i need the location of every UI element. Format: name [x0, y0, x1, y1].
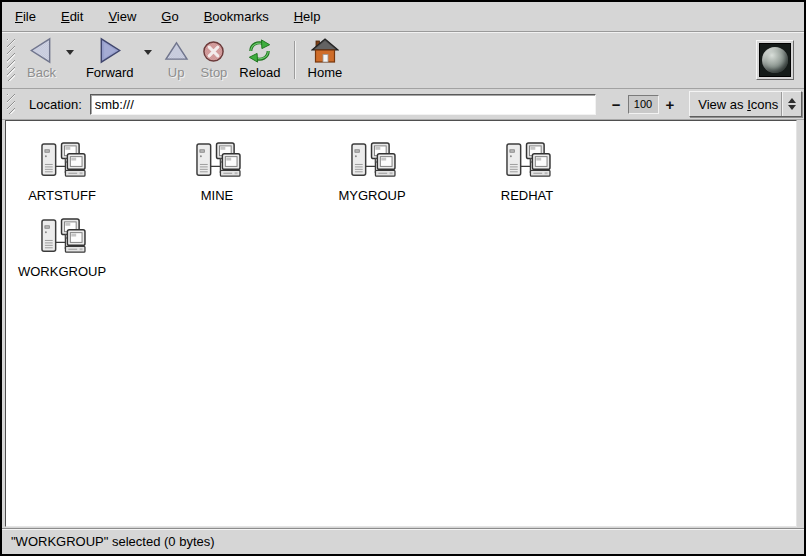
- menu-bar: FileEditViewGoBookmarksHelp: [2, 2, 804, 32]
- toolbar-button-label: Home: [308, 65, 343, 80]
- toolbar-button-label: Stop: [201, 65, 228, 80]
- menu-edit[interactable]: Edit: [59, 7, 85, 26]
- file-item-label: WORKGROUP: [18, 264, 106, 279]
- menu-bookmarks[interactable]: Bookmarks: [202, 7, 271, 26]
- chevron-down-icon[interactable]: [63, 46, 77, 59]
- zoom-in-button[interactable]: +: [663, 95, 678, 114]
- file-item-mygroup[interactable]: MYGROUP: [326, 141, 418, 203]
- network-workgroup-icon: [39, 141, 86, 184]
- icon-grid: ARTSTUFFMINEMYGROUPREDHATWORKGROUP: [6, 121, 796, 279]
- forward-button[interactable]: Forward: [80, 36, 140, 84]
- file-item-workgroup[interactable]: WORKGROUP: [16, 217, 108, 279]
- menu-file[interactable]: File: [13, 7, 38, 26]
- toolbar-button-label: Up: [168, 65, 185, 80]
- reload-icon: [245, 38, 274, 64]
- menu-go[interactable]: Go: [159, 7, 180, 26]
- file-item-artstuff[interactable]: ARTSTUFF: [16, 141, 108, 203]
- toolbar-buttons: BackForwardUpStopReloadHome: [21, 32, 348, 88]
- view-as-dropdown[interactable]: View as Icons: [689, 91, 802, 117]
- menu-help[interactable]: Help: [292, 7, 323, 26]
- toolbar: BackForwardUpStopReloadHome: [2, 32, 804, 89]
- icon-view[interactable]: ARTSTUFFMINEMYGROUPREDHATWORKGROUP: [5, 120, 797, 527]
- file-item-label: MINE: [201, 188, 234, 203]
- network-workgroup-icon: [194, 141, 241, 184]
- chevron-down-icon[interactable]: [141, 46, 155, 59]
- zoom-out-button[interactable]: −: [609, 95, 624, 114]
- network-workgroup-icon: [349, 141, 396, 184]
- file-item-label: ARTSTUFF: [28, 188, 96, 203]
- forward-arrow-icon: [98, 37, 122, 64]
- status-text: "WORKGROUP" selected (0 bytes): [11, 534, 215, 549]
- home-icon: [311, 38, 339, 64]
- up-arrow-icon: [164, 39, 189, 64]
- reload-button[interactable]: Reload: [233, 36, 286, 84]
- toolbar-separator: [294, 41, 295, 79]
- stop-icon: [202, 39, 225, 64]
- back-button[interactable]: Back: [21, 36, 62, 84]
- view-as-label: View as Icons: [690, 97, 781, 112]
- network-workgroup-icon: [39, 217, 86, 260]
- location-input[interactable]: [90, 94, 596, 115]
- file-item-mine[interactable]: MINE: [171, 141, 263, 203]
- throbber: [756, 40, 794, 80]
- back-arrow-icon: [29, 37, 53, 64]
- up-button[interactable]: Up: [158, 36, 195, 84]
- location-bar: Location: − 100 + View as Icons: [2, 89, 804, 120]
- location-bar-grip-handle[interactable]: [7, 94, 15, 114]
- toolbar-button-label: Forward: [86, 65, 134, 80]
- home-button[interactable]: Home: [302, 36, 349, 84]
- menu-view[interactable]: View: [106, 7, 138, 26]
- toolbar-grip-handle[interactable]: [7, 39, 15, 81]
- file-manager-window: FileEditViewGoBookmarksHelp BackForwardU…: [2, 2, 804, 554]
- toolbar-button-label: Reload: [239, 65, 280, 80]
- location-label: Location:: [29, 97, 82, 112]
- network-workgroup-icon: [504, 141, 551, 184]
- stop-button[interactable]: Stop: [195, 36, 234, 84]
- zoom-level-indicator[interactable]: 100: [628, 95, 659, 114]
- file-item-label: MYGROUP: [338, 188, 405, 203]
- dropdown-arrows-icon: [781, 92, 801, 116]
- toolbar-button-label: Back: [27, 65, 56, 80]
- status-bar: "WORKGROUP" selected (0 bytes): [2, 528, 804, 554]
- file-item-redhat[interactable]: REDHAT: [481, 141, 573, 203]
- throbber-well: [759, 43, 791, 77]
- globe-throbber-icon: [762, 47, 788, 73]
- file-item-label: REDHAT: [501, 188, 553, 203]
